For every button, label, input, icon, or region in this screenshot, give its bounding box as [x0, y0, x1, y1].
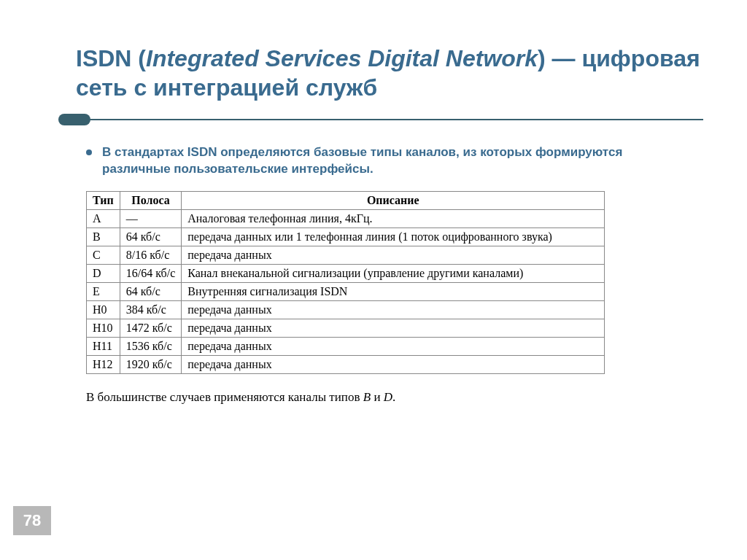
bullet-text: В стандартах ISDN определяются базовые т… — [102, 144, 684, 178]
bullet-dot-icon — [86, 149, 92, 155]
cell-desc: Аналоговая телефонная линия, 4кГц. — [182, 209, 605, 228]
cell-type: H11 — [87, 337, 120, 355]
cell-type: D — [87, 264, 120, 282]
title-paren-open: ( — [131, 45, 146, 71]
cell-band: 8/16 кб/с — [120, 246, 182, 264]
cell-type: B — [87, 228, 120, 246]
cell-desc: передача данных — [182, 300, 605, 319]
table-row: D 16/64 кб/с Канал внеканальной сигнализ… — [87, 264, 605, 282]
table-row: H12 1920 кб/с передача данных — [87, 355, 605, 373]
underline-line — [86, 119, 703, 120]
slide-title: ISDN (Integrated Services Digital Networ… — [76, 44, 703, 102]
cell-type: H10 — [87, 319, 120, 337]
cell-band: 1472 кб/с — [120, 319, 182, 337]
cell-desc: передача данных — [182, 337, 605, 355]
footnote-b: B — [363, 390, 371, 404]
table-row: H11 1536 кб/с передача данных — [87, 337, 605, 355]
cell-desc: Канал внеканальной сигнализации (управле… — [182, 264, 605, 282]
cell-band: 384 кб/с — [120, 300, 182, 319]
cell-type: H12 — [87, 355, 120, 373]
table-row: E 64 кб/с Внутренняя сигнализация ISDN — [87, 282, 605, 300]
cell-band: 16/64 кб/с — [120, 264, 182, 282]
cell-desc: Внутренняя сигнализация ISDN — [182, 282, 605, 300]
cell-type: H0 — [87, 300, 120, 319]
cell-band: — — [120, 209, 182, 228]
footnote-prefix: В большинстве случаев применяются каналы… — [86, 390, 363, 404]
channels-table: Тип Полоса Описание A — Аналоговая телеф… — [86, 191, 605, 374]
cell-type: C — [87, 246, 120, 264]
cell-type: E — [87, 282, 120, 300]
table-row: C 8/16 кб/с передача данных — [87, 246, 605, 264]
cell-desc: передача данных — [182, 319, 605, 337]
table-row: A — Аналоговая телефонная линия, 4кГц. — [87, 209, 605, 228]
cell-band: 64 кб/с — [120, 282, 182, 300]
footnote-d: D — [384, 390, 392, 404]
table-header-row: Тип Полоса Описание — [87, 191, 605, 209]
cell-band: 1536 кб/с — [120, 337, 182, 355]
table-row: H0 384 кб/с передача данных — [87, 300, 605, 319]
cell-desc: передача данных — [182, 355, 605, 373]
th-band: Полоса — [120, 191, 182, 209]
slide: ISDN (Integrated Services Digital Networ… — [0, 0, 747, 560]
footnote-suffix: . — [392, 390, 395, 404]
table-row: B 64 кб/с передача данных или 1 телефонн… — [87, 228, 605, 246]
title-italic: Integrated Services Digital Network — [146, 45, 538, 71]
bullet-item: В стандартах ISDN определяются базовые т… — [86, 144, 684, 178]
cell-desc: передача данных или 1 телефонная линия (… — [182, 228, 605, 246]
table-row: H10 1472 кб/с передача данных — [87, 319, 605, 337]
footnote: В большинстве случаев применяются каналы… — [86, 390, 703, 405]
title-bold: ISDN — [76, 45, 131, 71]
footnote-and: и — [371, 390, 384, 404]
th-desc: Описание — [182, 191, 605, 209]
cell-band: 64 кб/с — [120, 228, 182, 246]
cell-desc: передача данных — [182, 246, 605, 264]
th-type: Тип — [87, 191, 120, 209]
title-paren-close: ) — [538, 45, 546, 71]
title-underline — [76, 115, 703, 124]
page-number: 78 — [13, 506, 51, 535]
cell-type: A — [87, 209, 120, 228]
cell-band: 1920 кб/с — [120, 355, 182, 373]
